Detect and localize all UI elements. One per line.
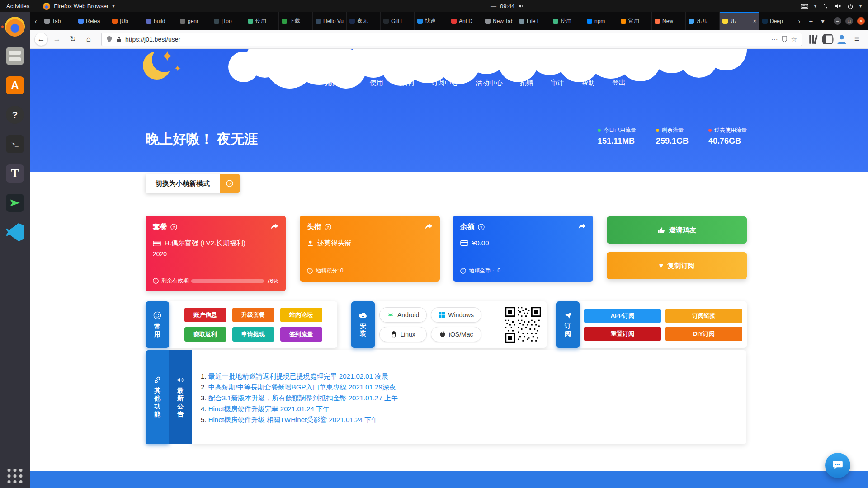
browser-tab[interactable]: 使用: [245, 12, 279, 30]
new-tab-button[interactable]: +: [805, 12, 817, 30]
browser-tab[interactable]: GitH: [381, 12, 415, 30]
nav-subscription-center[interactable]: 订阅中心: [431, 79, 458, 87]
share-icon[interactable]: [425, 223, 433, 231]
earn-rebate-button[interactable]: 赚取返利: [184, 327, 226, 342]
nav-help[interactable]: 帮助: [581, 79, 595, 87]
question-circle-icon[interactable]: ?: [478, 224, 485, 230]
invite-friends-button[interactable]: 邀请鸡友: [607, 216, 747, 244]
refresh-button[interactable]: ↻: [66, 33, 80, 46]
account-info-button[interactable]: 账户信息: [184, 308, 226, 322]
app-subscription-button[interactable]: APP订阅: [584, 309, 661, 323]
browser-tab[interactable]: npm: [584, 12, 618, 30]
back-button[interactable]: ←: [34, 33, 48, 46]
announcement-link[interactable]: 中高短期/中等長期套餐新增BGP入口華東專線 2021.01.29深夜: [208, 383, 396, 391]
subscription-link-button[interactable]: 订阅链接: [665, 309, 742, 323]
checkin-traffic-button[interactable]: 签到流量: [280, 327, 322, 342]
newbie-mode-toggle[interactable]: 切换为小萌新模式 ?: [146, 174, 240, 193]
browser-tab[interactable]: New Tab: [482, 12, 516, 30]
lock-icon[interactable]: [116, 36, 122, 42]
diy-subscription-button[interactable]: DIY订阅: [665, 327, 742, 341]
reset-subscription-button[interactable]: 重置订阅: [584, 327, 661, 341]
upgrade-plan-button[interactable]: 升级套餐: [232, 308, 274, 322]
browser-tab[interactable]: Hello Vu: [313, 12, 347, 30]
browser-tab[interactable]: [Too: [211, 12, 245, 30]
browser-tab[interactable]: build: [143, 12, 177, 30]
dock-firefox[interactable]: [4, 16, 26, 38]
announcement-link[interactable]: Hinet機房硬件升級 相關TWHinet受影響 2021.01.24 下午: [208, 416, 378, 423]
page-actions-icon[interactable]: ⋯: [771, 35, 778, 43]
ios-mac-button[interactable]: iOS/Mac: [431, 327, 481, 342]
question-circle-icon[interactable]: ?: [325, 224, 331, 230]
browser-tab[interactable]: Deep: [760, 12, 793, 30]
forum-button[interactable]: 站内论坛: [280, 308, 322, 322]
linux-button[interactable]: Linux: [379, 327, 427, 342]
toggle-help-button[interactable]: ?: [220, 174, 240, 193]
browser-tab[interactable]: Tab: [42, 12, 75, 30]
browser-tab[interactable]: New: [652, 12, 686, 30]
shield-icon[interactable]: [106, 36, 113, 42]
copy-subscription-button[interactable]: ♥ 复制订阅: [607, 252, 747, 279]
system-tray[interactable]: ▾ ▾: [801, 3, 868, 9]
nav-donate[interactable]: 捐赠: [520, 79, 533, 87]
browser-tab[interactable]: 使用: [550, 12, 584, 30]
volume-icon[interactable]: [835, 3, 841, 9]
minimize-button[interactable]: –: [834, 17, 841, 25]
network-icon[interactable]: [822, 3, 829, 9]
close-window-button[interactable]: ×: [857, 17, 865, 25]
dock-vscode[interactable]: [4, 221, 26, 243]
power-icon[interactable]: [847, 3, 854, 9]
windows-button[interactable]: Windows: [431, 307, 481, 323]
dock-ubuntu-software[interactable]: A: [4, 75, 26, 96]
browser-tab[interactable]: File F: [516, 12, 550, 30]
dock-files[interactable]: [4, 45, 26, 67]
browser-tab[interactable]: 快速: [415, 12, 448, 30]
dock-remote-app[interactable]: [4, 192, 26, 214]
nav-logout[interactable]: 登出: [612, 79, 626, 87]
dock-help[interactable]: ?: [4, 104, 26, 126]
nav-activity-center[interactable]: 活动中心: [476, 79, 503, 87]
browser-tab[interactable]: 夜无: [347, 12, 381, 30]
share-icon[interactable]: [271, 223, 278, 231]
browser-tab[interactable]: 常用: [618, 12, 652, 30]
nav-user-center[interactable]: 用户中心: [326, 79, 353, 87]
tab-other-functions[interactable]: 其他功能: [146, 350, 169, 444]
nav-welfare[interactable]: 福利: [401, 79, 414, 87]
tab-subscribe[interactable]: 订阅: [556, 301, 580, 348]
browser-tab[interactable]: Ant D: [448, 12, 482, 30]
show-applications-button[interactable]: [8, 469, 23, 483]
browser-tab-active[interactable]: 几×: [720, 12, 760, 30]
forward-button[interactable]: →: [50, 33, 64, 46]
announcement-link[interactable]: Hinet機房硬件升級完畢 2021.01.24 下午: [208, 405, 330, 413]
dock-terminal[interactable]: >_: [4, 133, 26, 155]
maximize-button[interactable]: □: [845, 17, 853, 25]
tab-latest-announcements[interactable]: 最新公告: [169, 350, 192, 444]
tab-install[interactable]: 安装: [351, 301, 375, 348]
question-circle-icon[interactable]: ?: [170, 224, 177, 230]
list-all-tabs-button[interactable]: ▾: [817, 12, 829, 30]
keyboard-icon[interactable]: [801, 4, 808, 9]
chat-widget-button[interactable]: [825, 453, 850, 478]
close-tab-icon[interactable]: ×: [753, 18, 756, 24]
url-bar[interactable]: https://j01.best/user ⋯ ☆: [101, 33, 802, 46]
withdraw-button[interactable]: 申请提现: [232, 327, 274, 342]
home-button[interactable]: ⌂: [82, 33, 95, 46]
menu-icon[interactable]: ≡: [850, 33, 863, 46]
browser-tab[interactable]: 下载: [279, 12, 313, 30]
browser-tab[interactable]: [Ub: [109, 12, 143, 30]
activities-button[interactable]: Activities: [6, 3, 29, 9]
scroll-tabs-right-button[interactable]: ›: [793, 12, 805, 30]
scroll-tabs-left-button[interactable]: ‹: [30, 12, 42, 30]
app-menu[interactable]: Firefox Web Browser ▾: [43, 3, 114, 10]
announcement-link[interactable]: 配合3.1新版本升級，所有餘額調整到抵扣金幣 2021.01.27 上午: [208, 394, 398, 402]
library-icon[interactable]: [808, 33, 820, 46]
url-text[interactable]: https://j01.best/user: [125, 36, 768, 43]
browser-tab[interactable]: Relea: [75, 12, 109, 30]
tab-common[interactable]: 常用: [146, 301, 169, 348]
browser-tab[interactable]: 凡几: [686, 12, 720, 30]
browser-tab[interactable]: genr: [177, 12, 211, 30]
nav-usage[interactable]: 使用: [370, 79, 383, 87]
dock-text-editor[interactable]: T: [4, 163, 26, 184]
sidebar-toggle-icon[interactable]: [822, 33, 834, 46]
android-button[interactable]: Android: [379, 307, 427, 323]
pocket-icon[interactable]: [782, 36, 788, 42]
